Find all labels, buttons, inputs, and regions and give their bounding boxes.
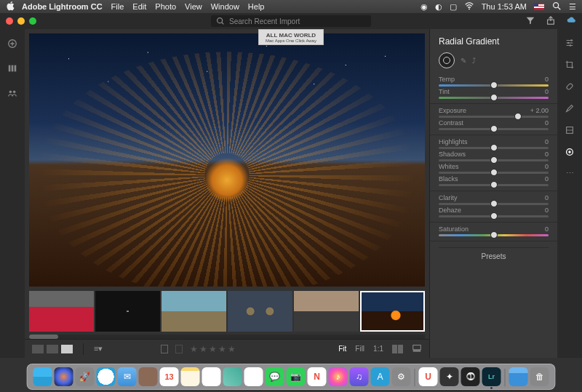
menubar-clock[interactable]: Thu 1:53 AM xyxy=(482,2,527,11)
my-photos-icon[interactable] xyxy=(7,63,18,74)
brush-mask-icon[interactable]: ✎ xyxy=(461,57,466,65)
slider-highlights[interactable]: Highlights0 xyxy=(439,138,549,149)
thumb-1[interactable] xyxy=(95,291,160,332)
flag-rejected-icon[interactable] xyxy=(175,345,183,353)
slider-tint[interactable]: Tint0 xyxy=(439,88,549,99)
brush-icon[interactable] xyxy=(565,103,575,115)
creative-cloud-icon[interactable]: ◉ xyxy=(420,2,428,12)
dock-contacts[interactable] xyxy=(139,367,158,386)
window-minimize-button[interactable] xyxy=(17,17,25,25)
edit-sliders-icon[interactable] xyxy=(565,38,575,49)
dock-safari[interactable] xyxy=(97,367,116,386)
dock-music[interactable]: ♫ xyxy=(350,367,369,386)
spotlight-icon[interactable] xyxy=(551,1,562,12)
radial-gradient-icon[interactable] xyxy=(565,147,575,159)
view-grid-small[interactable] xyxy=(47,345,58,353)
crop-icon[interactable] xyxy=(565,60,575,71)
input-source-flag[interactable] xyxy=(534,3,544,10)
dock-facetime[interactable]: 📷 xyxy=(287,367,306,386)
flag-picked-icon[interactable] xyxy=(161,345,168,353)
dock-app-u[interactable]: U xyxy=(419,367,438,386)
sort-button[interactable]: ≡▾ xyxy=(94,344,103,353)
add-photos-button[interactable] xyxy=(7,38,18,49)
dock-siri[interactable] xyxy=(55,367,73,386)
dock-calendar[interactable]: 13 xyxy=(160,367,179,386)
slider-saturation[interactable]: Saturation0 xyxy=(439,225,549,236)
slider-temp[interactable]: Temp0 xyxy=(439,76,549,87)
slider-dehaze[interactable]: Dehaze0 xyxy=(439,207,549,217)
slider-blacks[interactable]: Blacks0 xyxy=(439,175,549,186)
dock-mail[interactable]: ✉ xyxy=(118,367,137,386)
dock-lightroom[interactable]: Lr xyxy=(482,367,501,386)
dock-final-cut-pro[interactable]: ✦ xyxy=(440,367,459,386)
share-icon[interactable] xyxy=(546,15,556,27)
menu-help[interactable]: Help xyxy=(248,2,265,11)
svg-point-0 xyxy=(469,9,470,10)
heal-icon[interactable] xyxy=(565,81,575,93)
airplay-icon[interactable]: ▢ xyxy=(450,2,457,12)
dock-news[interactable]: N xyxy=(308,367,327,386)
wifi-icon[interactable] xyxy=(464,1,474,12)
dock-launchpad[interactable]: 🚀 xyxy=(76,367,95,386)
dock-maps[interactable] xyxy=(223,367,242,386)
menu-view[interactable]: View xyxy=(185,2,202,11)
slider-shadows[interactable]: Shadows0 xyxy=(439,151,549,161)
slider-whites[interactable]: Whites0 xyxy=(439,163,549,174)
filmstrip xyxy=(25,291,429,332)
app-menus: Adobe Lightroom CC File Edit Photo View … xyxy=(22,2,264,11)
sharing-icon[interactable] xyxy=(7,87,18,99)
compare-view-icon[interactable] xyxy=(392,345,403,353)
presets-button[interactable]: Presets xyxy=(439,247,549,265)
window-zoom-button[interactable] xyxy=(29,17,36,25)
thumb-5[interactable] xyxy=(360,291,425,332)
new-radial-mask-button[interactable] xyxy=(439,52,455,68)
dock-notes[interactable] xyxy=(181,367,200,386)
menu-window[interactable]: Window xyxy=(211,2,239,11)
view-grid-large[interactable] xyxy=(32,345,44,353)
photo-canvas[interactable] xyxy=(29,33,425,287)
apple-menu[interactable] xyxy=(6,1,15,12)
rating-stars[interactable]: ★★★★★ xyxy=(190,344,237,354)
more-icon[interactable]: ⋯ xyxy=(566,169,574,178)
slider-clarity[interactable]: Clarity0 xyxy=(439,194,549,205)
slider-exposure[interactable]: Exposure+ 2.00 xyxy=(439,107,549,118)
dock-messages[interactable]: 💬 xyxy=(266,367,284,386)
dock-trash[interactable]: 🗑 xyxy=(530,367,549,386)
svg-rect-8 xyxy=(12,65,14,72)
thumb-4[interactable] xyxy=(294,291,359,332)
dock-1password[interactable]: ⓵ xyxy=(461,367,480,386)
thumb-3[interactable] xyxy=(228,291,292,332)
slider-contrast[interactable]: Contrast0 xyxy=(439,119,549,130)
menu-file[interactable]: File xyxy=(111,2,124,11)
slider-value: 0 xyxy=(545,88,549,95)
dock-downloads-folder[interactable] xyxy=(509,367,528,386)
svg-point-14 xyxy=(570,39,573,41)
mac-menu-bar: Adobe Lightroom CC File Edit Photo View … xyxy=(0,0,582,13)
toggle-filmstrip-icon[interactable] xyxy=(412,343,422,355)
menu-app-name[interactable]: Adobe Lightroom CC xyxy=(22,2,103,11)
invert-mask-icon[interactable]: ⤴ xyxy=(472,57,476,65)
menu-photo[interactable]: Photo xyxy=(155,2,176,11)
dock-reminders[interactable] xyxy=(202,367,221,386)
zoom-fit[interactable]: Fit xyxy=(338,345,346,353)
filter-icon[interactable] xyxy=(525,15,535,27)
dock-finder[interactable] xyxy=(33,367,52,386)
linear-gradient-icon[interactable] xyxy=(565,125,575,137)
zoom-fill[interactable]: Fill xyxy=(355,345,364,353)
slider-label: Temp xyxy=(439,76,455,83)
notification-center-icon[interactable]: ☰ xyxy=(569,2,576,12)
dock-photos[interactable]: ✿ xyxy=(244,367,263,386)
cloud-sync-icon[interactable] xyxy=(566,15,576,27)
thumb-0[interactable] xyxy=(29,291,94,332)
menu-edit[interactable]: Edit xyxy=(132,2,146,11)
zoom-1-1[interactable]: 1:1 xyxy=(373,345,383,353)
dock-itunes[interactable]: ♪ xyxy=(329,367,348,386)
thumb-2[interactable] xyxy=(162,291,226,332)
svg-point-3 xyxy=(218,18,223,23)
search-input[interactable]: Search Recent Import xyxy=(211,15,371,27)
window-close-button[interactable] xyxy=(6,17,13,25)
dock-system-preferences[interactable]: ⚙ xyxy=(392,367,411,386)
do-not-disturb-icon[interactable]: ◐ xyxy=(435,2,442,12)
dock-appstore[interactable]: A xyxy=(371,367,390,386)
view-single[interactable] xyxy=(61,345,73,353)
